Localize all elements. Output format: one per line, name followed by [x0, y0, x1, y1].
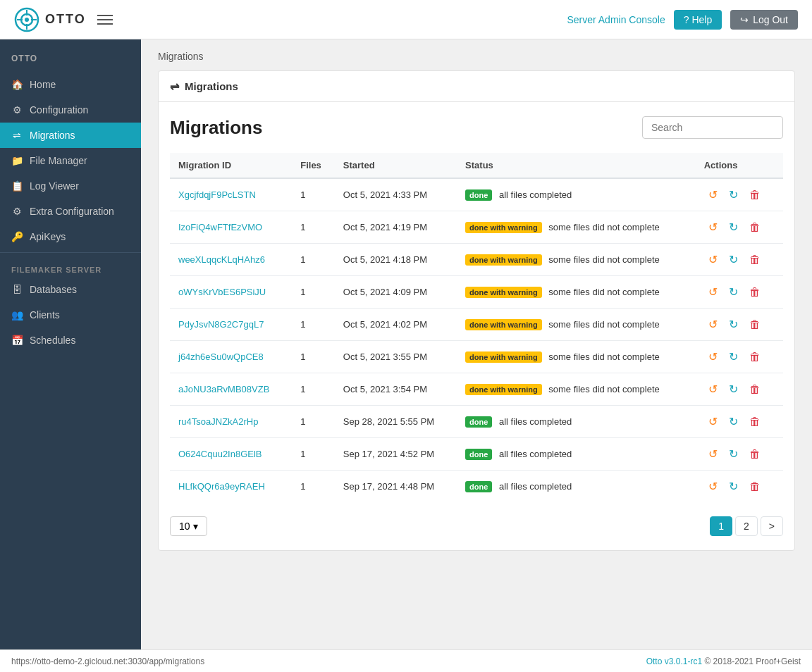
cell-started: Oct 5, 2021 3:55 PM [335, 341, 457, 373]
refresh-button[interactable]: ↻ [725, 251, 742, 268]
migration-link[interactable]: oWYsKrVbES6PSiJU [178, 287, 266, 297]
sidebar-item-apikeys[interactable]: 🔑 ApiKeys [0, 224, 141, 249]
sidebar-item-file-manager[interactable]: 📁 File Manager [0, 148, 141, 173]
page-next-button[interactable]: > [761, 516, 783, 536]
sidebar-item-clients[interactable]: 👥 Clients [0, 302, 141, 328]
delete-button[interactable]: 🗑 [745, 186, 765, 204]
per-page-button[interactable]: 10 ▾ [170, 516, 207, 536]
page-title: Migrations [170, 117, 262, 139]
status-badge: done with warning [465, 222, 542, 233]
logout-icon: ↪ [740, 14, 749, 25]
page-button-1[interactable]: 1 [710, 516, 732, 536]
delete-button[interactable]: 🗑 [745, 478, 765, 495]
sidebar-item-home[interactable]: 🏠 Home [0, 72, 141, 97]
cell-status: done with warning some files did not com… [457, 276, 696, 309]
migration-link[interactable]: HLfkQQr6a9eyRAEH [178, 481, 265, 492]
sidebar-item-configuration[interactable]: ⚙ Configuration [0, 97, 141, 123]
cell-migration-id: j64zh6eSu0wQpCE8 [170, 341, 292, 373]
sidebar-item-file-manager-label: File Manager [30, 155, 87, 166]
footer-url: https://otto-demo-2.gicloud.net:3030/app… [11, 657, 204, 666]
status-badge: done [465, 189, 492, 201]
action-buttons: ↺ ↻ 🗑 [704, 413, 775, 430]
rerun-button[interactable]: ↺ [704, 348, 722, 366]
refresh-button[interactable]: ↻ [725, 316, 742, 333]
rerun-button[interactable]: ↺ [704, 283, 722, 301]
delete-button[interactable]: 🗑 [745, 413, 765, 430]
migration-link[interactable]: IzoFiQ4wFTfEzVMO [178, 222, 262, 232]
sidebar-item-databases[interactable]: 🗄 Databases [0, 277, 141, 302]
page-button-2[interactable]: 2 [735, 516, 758, 536]
refresh-button[interactable]: ↻ [725, 348, 742, 366]
delete-button[interactable]: 🗑 [745, 218, 765, 236]
svg-point-2 [25, 18, 29, 22]
search-input[interactable] [642, 116, 783, 139]
migration-link[interactable]: XgcjfdqjF9PcLSTN [178, 189, 256, 200]
refresh-button[interactable]: ↻ [725, 445, 742, 463]
cell-actions: ↺ ↻ 🗑 [696, 178, 783, 211]
cell-started: Oct 5, 2021 4:19 PM [335, 211, 457, 244]
rerun-button[interactable]: ↺ [704, 218, 722, 236]
delete-button[interactable]: 🗑 [745, 251, 765, 268]
cell-files: 1 [292, 373, 335, 406]
rerun-button[interactable]: ↺ [704, 478, 722, 495]
log-viewer-icon: 📋 [11, 180, 23, 192]
top-nav: OTTO Server Admin Console ? Help ↪ Log O… [0, 0, 812, 39]
action-buttons: ↺ ↻ 🗑 [704, 251, 775, 268]
pagination-bar: 10 ▾ 1 2 > [170, 516, 783, 536]
delete-button[interactable]: 🗑 [745, 348, 765, 366]
table-header-row: Migration ID Files Started Status Action… [170, 153, 783, 178]
status-text: all files completed [499, 416, 572, 427]
footer-copyright: © 2018-2021 Proof+Geist [704, 657, 801, 666]
cell-status: done all files completed [457, 406, 696, 438]
per-page-value: 10 [179, 521, 190, 532]
delete-button[interactable]: 🗑 [745, 283, 765, 301]
migration-link[interactable]: O624Cquu2In8GElB [178, 449, 262, 459]
sidebar-item-extra-configuration[interactable]: ⚙ Extra Configuration [0, 199, 141, 224]
rerun-button[interactable]: ↺ [704, 380, 722, 398]
rerun-button[interactable]: ↺ [704, 186, 722, 204]
refresh-button[interactable]: ↻ [725, 186, 742, 204]
refresh-button[interactable]: ↻ [725, 380, 742, 398]
help-button[interactable]: ? Help [674, 10, 722, 30]
status-text: all files completed [499, 481, 572, 492]
migration-link[interactable]: PdyJsvN8G2C7gqL7 [178, 319, 264, 330]
cell-migration-id: weeXLqqcKLqHAhz6 [170, 244, 292, 276]
logout-button[interactable]: ↪ Log Out [730, 10, 798, 30]
migration-link[interactable]: ru4TsoaJNZkA2rHp [178, 416, 258, 427]
migrations-table: Migration ID Files Started Status Action… [170, 153, 783, 502]
delete-button[interactable]: 🗑 [745, 316, 765, 333]
action-buttons: ↺ ↻ 🗑 [704, 186, 775, 204]
delete-button[interactable]: 🗑 [745, 380, 765, 398]
migration-link[interactable]: j64zh6eSu0wQpCE8 [178, 351, 264, 362]
footer-info: Otto v3.0.1-rc1 © 2018-2021 Proof+Geist [646, 657, 801, 666]
refresh-button[interactable]: ↻ [725, 413, 742, 430]
rerun-button[interactable]: ↺ [704, 445, 722, 463]
nav-right: Server Admin Console ? Help ↪ Log Out [567, 10, 798, 30]
migrations-icon: ⇌ [11, 130, 23, 141]
status-text: some files did not complete [548, 351, 660, 362]
cell-files: 1 [292, 438, 335, 471]
sidebar-item-schedules[interactable]: 📅 Schedules [0, 328, 141, 353]
refresh-button[interactable]: ↻ [725, 283, 742, 301]
sidebar-item-migrations-label: Migrations [30, 130, 75, 141]
col-status: Status [457, 153, 696, 178]
rerun-button[interactable]: ↺ [704, 413, 722, 430]
server-admin-link[interactable]: Server Admin Console [567, 14, 665, 25]
card-header-label: Migrations [185, 80, 238, 92]
migration-link[interactable]: weeXLqqcKLqHAhz6 [178, 254, 265, 265]
sidebar-item-migrations[interactable]: ⇌ Migrations [0, 123, 141, 148]
rerun-button[interactable]: ↺ [704, 316, 722, 333]
cell-migration-id: PdyJsvN8G2C7gqL7 [170, 309, 292, 341]
cell-files: 1 [292, 276, 335, 309]
rerun-button[interactable]: ↺ [704, 251, 722, 268]
refresh-button[interactable]: ↻ [725, 478, 742, 495]
col-started: Started [335, 153, 457, 178]
hamburger-menu[interactable] [97, 15, 113, 25]
delete-button[interactable]: 🗑 [745, 445, 765, 463]
sidebar-item-log-viewer[interactable]: 📋 Log Viewer [0, 173, 141, 199]
refresh-button[interactable]: ↻ [725, 218, 742, 236]
sidebar-item-schedules-label: Schedules [30, 335, 75, 346]
per-page-chevron: ▾ [193, 521, 198, 532]
footer-version-link[interactable]: Otto v3.0.1-rc1 [646, 657, 702, 666]
migration-link[interactable]: aJoNU3aRvMB08VZB [178, 384, 269, 394]
